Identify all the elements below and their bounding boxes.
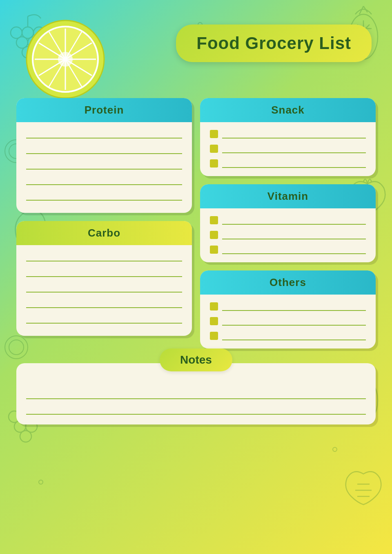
protein-line-1[interactable] (26, 130, 182, 138)
others-header: Others (200, 270, 376, 295)
others-checkbox-2[interactable] (210, 317, 218, 325)
carbo-header: Carbo (16, 221, 192, 245)
notes-line-1[interactable] (26, 390, 366, 399)
svg-point-52 (58, 52, 73, 67)
protein-line-4[interactable] (26, 176, 182, 185)
notes-body (16, 363, 376, 424)
notes-card (16, 363, 376, 424)
lime-illustration (20, 16, 110, 102)
vitamin-line-2[interactable] (222, 230, 366, 239)
snack-checkbox-1[interactable] (210, 130, 218, 138)
protein-line-3[interactable] (26, 161, 182, 170)
carbo-body (16, 245, 192, 336)
right-column: Snack (200, 98, 376, 348)
others-card: Others (200, 270, 376, 348)
vitamin-card: Vitamin (200, 184, 376, 262)
protein-title: Protein (24, 104, 184, 116)
vitamin-line-1[interactable] (222, 216, 366, 225)
others-item-2 (210, 317, 366, 326)
vitamin-item-2 (210, 230, 366, 239)
snack-item-1 (210, 130, 366, 138)
notes-section: Notes (16, 355, 376, 424)
snack-header: Snack (200, 98, 376, 122)
others-item-3 (210, 331, 366, 340)
snack-line-2[interactable] (222, 144, 366, 153)
snack-line-1[interactable] (222, 130, 366, 138)
carbo-line-5[interactable] (26, 315, 182, 324)
carbo-card: Carbo (16, 221, 192, 336)
protein-body (16, 122, 192, 213)
carbo-line-3[interactable] (26, 284, 182, 293)
carbo-line-4[interactable] (26, 299, 182, 308)
title-area: Food Grocery List (16, 12, 376, 102)
vitamin-header: Vitamin (200, 184, 376, 208)
snack-checkbox-3[interactable] (210, 159, 218, 168)
snack-checkbox-2[interactable] (210, 145, 218, 153)
vitamin-title: Vitamin (208, 190, 368, 203)
others-body (200, 295, 376, 348)
vitamin-body (200, 208, 376, 262)
left-column: Protein Carbo (16, 98, 192, 348)
notes-title: Notes (180, 353, 212, 366)
protein-card: Protein (16, 98, 192, 213)
carbo-title: Carbo (24, 227, 184, 239)
vitamin-checkbox-1[interactable] (210, 216, 218, 224)
vitamin-item-1 (210, 216, 366, 225)
carbo-line-1[interactable] (26, 252, 182, 261)
vitamin-checkbox-2[interactable] (210, 231, 218, 239)
protein-line-2[interactable] (26, 145, 182, 154)
svg-point-43 (39, 480, 43, 484)
svg-point-42 (333, 447, 337, 451)
vitamin-checkbox-3[interactable] (210, 246, 218, 254)
others-line-1[interactable] (222, 302, 366, 311)
protein-line-5[interactable] (26, 192, 182, 201)
others-item-1 (210, 302, 366, 311)
others-line-2[interactable] (222, 317, 366, 326)
carbo-line-2[interactable] (26, 268, 182, 277)
notes-badge: Notes (160, 348, 232, 371)
others-line-3[interactable] (222, 331, 366, 340)
title-badge: Food Grocery List (176, 25, 372, 62)
page-title: Food Grocery List (196, 34, 351, 53)
snack-item-3 (210, 159, 366, 168)
snack-title: Snack (208, 104, 368, 116)
vitamin-line-3[interactable] (222, 245, 366, 254)
others-checkbox-3[interactable] (210, 332, 218, 340)
others-title: Others (208, 276, 368, 289)
notes-line-2[interactable] (26, 406, 366, 415)
snack-item-2 (210, 144, 366, 153)
snack-body (200, 122, 376, 176)
snack-card: Snack (200, 98, 376, 176)
vitamin-item-3 (210, 245, 366, 254)
protein-header: Protein (16, 98, 192, 122)
others-checkbox-1[interactable] (210, 302, 218, 311)
snack-line-3[interactable] (222, 159, 366, 168)
